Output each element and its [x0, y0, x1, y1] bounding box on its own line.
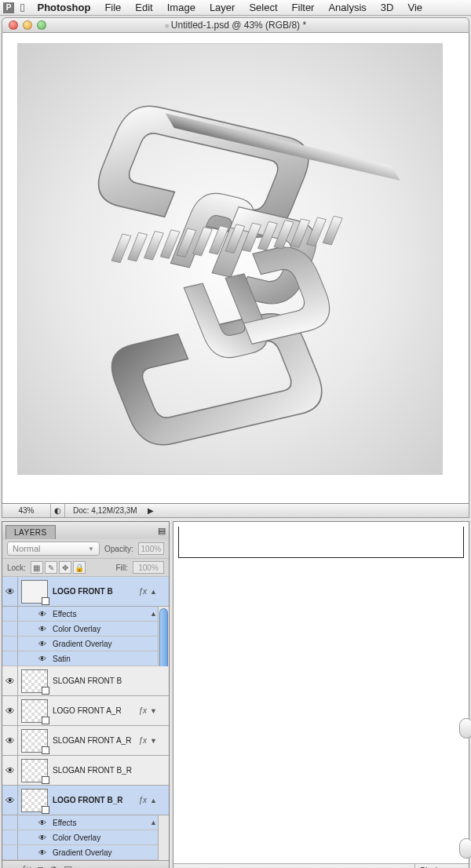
layer-name[interactable]: LOGO FRONT B [51, 587, 135, 596]
effect-item[interactable]: 👁Gradient Overlay [2, 845, 169, 860]
status-popup-icon[interactable]: ◐ [51, 504, 65, 517]
layer-name[interactable]: SLOGAN FRONT B [51, 677, 158, 685]
effects-disclosure-icon[interactable]: ▲ [150, 797, 158, 804]
layer-name[interactable]: LOGO FRONT B_R [51, 796, 135, 804]
visibility-toggle[interactable]: 👁 [2, 577, 18, 606]
menu-analysis[interactable]: Analysis [322, 2, 372, 13]
effect-item[interactable]: 👁Gradient Overlay [2, 636, 169, 651]
effects-label: Effects [49, 819, 150, 827]
effects-disclosure-icon[interactable]: ▲ [150, 588, 158, 596]
layer-row[interactable]: 👁LOGO FRONT Bƒx▲ [2, 577, 169, 607]
adjustment-layer-icon[interactable]: ◑ [49, 864, 57, 869]
layer-group-icon[interactable]: ▣ [64, 864, 72, 869]
blend-mode-select[interactable]: Normal ▼ [7, 542, 100, 556]
lock-transparency-icon[interactable]: ▦ [31, 561, 43, 574]
smart-object-icon [42, 746, 49, 754]
eye-icon: 👁 [5, 795, 15, 806]
logo-artwork [57, 71, 403, 447]
effect-item[interactable]: 👁Satin [2, 651, 169, 666]
menu-filter[interactable]: Filter [286, 2, 321, 13]
lock-all-icon[interactable]: 🔒 [73, 561, 86, 574]
link-layers-icon[interactable]: ⇔ [7, 864, 15, 869]
layer-row[interactable]: 👁LOGO FRONT A_Rƒx▼ [2, 696, 169, 726]
effects-header[interactable]: 👁Effects▲ [2, 815, 169, 830]
window-titlebar[interactable]: Untitled-1.psd @ 43% (RGB/8) * [2, 17, 469, 33]
panel-menu-icon[interactable]: ▤ [155, 526, 169, 536]
visibility-toggle[interactable]: 👁 [2, 786, 18, 815]
visibility-toggle[interactable]: 👁 [2, 696, 18, 725]
fill-field[interactable]: 100% [133, 561, 164, 574]
menu-3d[interactable]: 3D [374, 2, 400, 13]
layer-row[interactable]: 👁SLOGAN FRONT B_R [2, 756, 169, 786]
unit-select[interactable]: Pixel ▾ [414, 864, 448, 868]
smart-object-icon [42, 717, 49, 724]
layer-name[interactable]: LOGO FRONT A_R [51, 706, 135, 715]
secondary-document-area: ▶ Pixel ▾ ◀ ▶ [173, 521, 469, 868]
lock-pixels-icon[interactable]: ✎ [45, 561, 57, 574]
layer-thumbnail[interactable] [21, 759, 48, 782]
lock-position-icon[interactable]: ✥ [59, 561, 71, 574]
minimize-icon[interactable] [23, 20, 32, 30]
layer-row[interactable]: 👁SLOGAN FRONT A_Rƒx▼ [2, 726, 169, 756]
visibility-toggle[interactable]: 👁 [2, 726, 18, 755]
layer-style-icon[interactable]: ƒx [21, 864, 31, 869]
apple-menu-icon[interactable]:  [16, 2, 29, 13]
fx-badge[interactable]: ƒx [135, 736, 150, 745]
effects-header[interactable]: 👁Effects▲ [2, 607, 169, 622]
layers-tab[interactable]: LAYERS [5, 525, 56, 539]
document-status-bar: 43% ◐ Doc: 4,12M/23,3M ▶ [2, 504, 469, 518]
effect-name: Color Overlay [49, 833, 100, 842]
menu-file[interactable]: File [98, 2, 127, 13]
fx-badge[interactable]: ƒx [135, 796, 150, 804]
eye-icon: 👁 [5, 706, 15, 717]
scroll-knob-lower[interactable] [459, 838, 471, 859]
layers-panel: LAYERS ▤ Normal ▼ Opacity: 100% Lock: ▦ … [2, 521, 170, 868]
eye-icon: 👁 [38, 848, 46, 857]
document-title: Untitled-1.psd @ 43% (RGB/8) * [2, 20, 469, 31]
layer-thumbnail[interactable] [21, 699, 48, 723]
smart-object-icon [42, 597, 49, 605]
canvas[interactable] [2, 33, 469, 504]
effects-disclosure-icon[interactable]: ▼ [150, 737, 158, 745]
fx-badge[interactable]: ƒx [135, 587, 150, 596]
eye-icon: 👁 [38, 655, 46, 663]
layer-name[interactable]: SLOGAN FRONT B_R [51, 766, 158, 775]
menu-image[interactable]: Image [161, 2, 202, 13]
effects-disclosure-icon[interactable]: ▼ [150, 707, 158, 715]
layer-thumbnail[interactable] [21, 729, 48, 753]
layer-name[interactable]: SLOGAN FRONT A_R [51, 736, 135, 745]
zoom-field[interactable]: 43% [2, 504, 51, 517]
layer-row[interactable]: 👁SLOGAN FRONT B [2, 666, 169, 696]
effect-name: Gradient Overlay [49, 848, 112, 857]
eye-icon: 👁 [38, 819, 46, 827]
layer-thumbnail[interactable] [21, 789, 48, 812]
fx-badge[interactable]: ƒx [135, 706, 150, 715]
visibility-toggle[interactable]: 👁 [2, 666, 18, 695]
menu-photoshop[interactable]: Photoshop [31, 2, 97, 13]
chevron-up-icon[interactable]: ▲ [150, 819, 158, 826]
inner-frame [178, 527, 464, 558]
layer-list: 👁LOGO FRONT Bƒx▲👁Effects▲👁Color Overlay👁… [2, 577, 169, 860]
menu-view[interactable]: Vie [401, 2, 429, 13]
effect-item[interactable]: 👁Color Overlay [2, 830, 169, 845]
chevron-down-icon: ▼ [88, 545, 94, 553]
document-window: Untitled-1.psd @ 43% (RGB/8) * [2, 17, 469, 518]
panel-header: LAYERS ▤ [2, 522, 169, 539]
opacity-field[interactable]: 100% [138, 542, 164, 555]
chevron-up-icon[interactable]: ▲ [150, 610, 158, 618]
menu-layer[interactable]: Layer [203, 2, 242, 13]
layer-mask-icon[interactable]: ◘ [38, 864, 43, 869]
menu-edit[interactable]: Edit [129, 2, 159, 13]
layer-row[interactable]: 👁LOGO FRONT B_Rƒx▲ [2, 786, 169, 815]
menu-select[interactable]: Select [243, 2, 283, 13]
scroll-knob-upper[interactable] [459, 718, 471, 739]
zoom-icon[interactable] [37, 20, 46, 30]
visibility-toggle[interactable]: 👁 [2, 756, 18, 785]
effects-label: Effects [49, 610, 150, 618]
layer-thumbnail[interactable] [21, 669, 48, 693]
smart-object-icon [42, 776, 49, 784]
close-icon[interactable] [9, 20, 18, 30]
status-disclosure-icon[interactable]: ▶ [145, 506, 156, 515]
effect-item[interactable]: 👁Color Overlay [2, 622, 169, 636]
layer-thumbnail[interactable] [21, 580, 48, 604]
